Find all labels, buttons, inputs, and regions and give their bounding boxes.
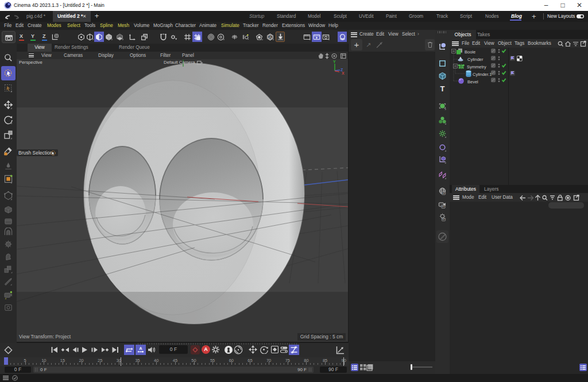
svg-text:X: X — [342, 71, 345, 75]
svg-text:Symmetry: Symmetry — [467, 64, 486, 70]
svg-text:ST: ST — [442, 192, 446, 195]
svg-text:Bevel: Bevel — [467, 79, 478, 84]
svg-text:Cylinder.1: Cylinder.1 — [473, 72, 492, 77]
svg-text:ST: ST — [442, 218, 446, 221]
svg-text:A: A — [139, 346, 142, 351]
svg-text:ST: ST — [442, 205, 445, 208]
svg-text:Boole: Boole — [465, 49, 475, 55]
svg-text:Cylinder: Cylinder — [467, 57, 483, 62]
svg-text:A: A — [269, 35, 272, 39]
svg-text:Y: Y — [333, 60, 336, 64]
